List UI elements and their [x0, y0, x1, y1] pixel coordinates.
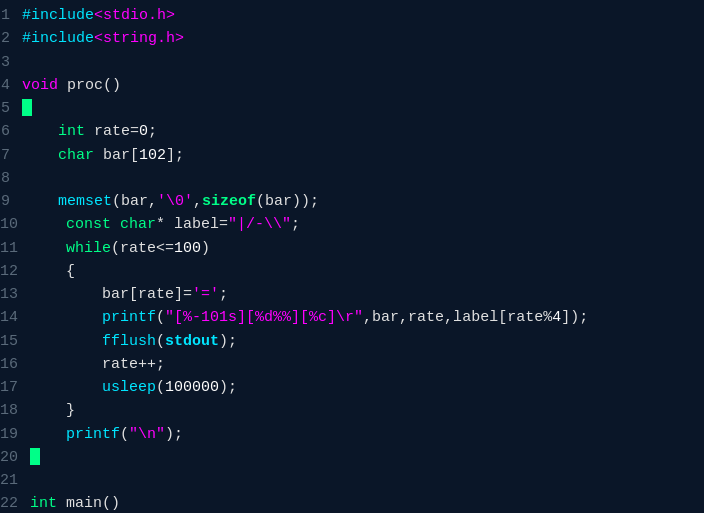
line-number: 3: [0, 51, 22, 74]
token: 100000: [165, 379, 219, 396]
token: ];: [166, 147, 184, 164]
line-number: 21: [0, 469, 30, 492]
token: * label=: [156, 216, 228, 233]
line-number: 7: [0, 144, 22, 167]
token: );: [165, 426, 183, 443]
line-code: memset(bar,'\0',sizeof(bar));: [22, 190, 319, 213]
token: [22, 123, 58, 140]
line-code: bar[rate]='=';: [30, 283, 228, 306]
code-line: 8: [0, 167, 694, 190]
token: bar[: [94, 147, 139, 164]
token: "[%-101s][%d%%][%c]\r": [165, 309, 363, 326]
line-code: usleep(100000);: [30, 376, 237, 399]
token: stdout: [165, 333, 219, 350]
token: void: [22, 77, 58, 94]
code-line: 20: [0, 446, 694, 469]
line-code: fflush(stdout);: [30, 330, 237, 353]
token: [22, 147, 58, 164]
token: fflush: [102, 333, 156, 350]
code-line: 12 {: [0, 260, 694, 283]
token: ,: [193, 193, 202, 210]
token: #include: [22, 30, 94, 47]
token: int: [30, 495, 57, 512]
line-number: 16: [0, 353, 30, 376]
token: int: [58, 123, 85, 140]
token: [30, 379, 102, 396]
code-line: 16 rate++;: [0, 353, 694, 376]
token: #include: [22, 7, 94, 24]
line-number: 6: [0, 120, 22, 143]
line-number: 4: [0, 74, 22, 97]
token: proc(): [58, 77, 121, 94]
code-line: 10 const char* label="|/-\\";: [0, 213, 694, 236]
line-number: 18: [0, 399, 30, 422]
token: <string.h>: [94, 30, 184, 47]
line-code: #include<stdio.h>: [22, 4, 175, 27]
line-number: 2: [0, 27, 22, 50]
code-line: 14 printf("[%-101s][%d%%][%c]\r",bar,rat…: [0, 306, 694, 329]
token: char: [120, 216, 156, 233]
line-number: 20: [0, 446, 30, 469]
line-code: while(rate<=100): [30, 237, 210, 260]
token: (bar));: [256, 193, 319, 210]
token: (rate<=: [111, 240, 174, 257]
line-code: [22, 97, 32, 120]
token: );: [219, 333, 237, 350]
code-line: 7 char bar[102];: [0, 144, 694, 167]
token: [30, 426, 66, 443]
cursor-block: [22, 99, 32, 116]
line-code: [22, 51, 31, 74]
code-line: 2#include<string.h>: [0, 27, 694, 50]
line-number: 14: [0, 306, 30, 329]
line-number: 10: [0, 213, 30, 236]
token: [30, 333, 102, 350]
token: "|/-\\": [228, 216, 291, 233]
token: rate++;: [102, 356, 165, 373]
token: }: [30, 402, 75, 419]
line-number: 17: [0, 376, 30, 399]
line-code: [30, 469, 39, 492]
code-line: 4void proc(): [0, 74, 694, 97]
line-code: rate++;: [30, 353, 165, 376]
code-line: 6 int rate=0;: [0, 120, 694, 143]
line-number: 9: [0, 190, 22, 213]
line-number: 12: [0, 260, 30, 283]
code-line: 19 printf("\n");: [0, 423, 694, 446]
line-code: void proc(): [22, 74, 121, 97]
code-editor: 1#include<stdio.h>2#include<string.h>3 4…: [0, 0, 704, 513]
line-code: [30, 446, 40, 469]
code-content: 1#include<stdio.h>2#include<string.h>3 4…: [0, 4, 704, 513]
line-code: char bar[102];: [22, 144, 184, 167]
token: <stdio.h>: [94, 7, 175, 24]
token: {: [30, 263, 75, 280]
line-number: 8: [0, 167, 22, 190]
token: [30, 216, 66, 233]
code-line: 3: [0, 51, 694, 74]
token: [30, 309, 102, 326]
token: (: [156, 333, 165, 350]
token: ,bar,rate,label[rate%: [363, 309, 552, 326]
token: [30, 240, 66, 257]
token: ]);: [561, 309, 588, 326]
token: ;: [219, 286, 228, 303]
token: [30, 356, 102, 373]
line-code: [22, 167, 31, 190]
line-code: int rate=0;: [22, 120, 157, 143]
line-code: printf("[%-101s][%d%%][%c]\r",bar,rate,l…: [30, 306, 588, 329]
token: rate=: [85, 123, 139, 140]
token: 4: [552, 309, 561, 326]
token: 100: [174, 240, 201, 257]
code-line: 15 fflush(stdout);: [0, 330, 694, 353]
line-number: 11: [0, 237, 30, 260]
token: [111, 216, 120, 233]
line-number: 13: [0, 283, 30, 306]
code-line: 11 while(rate<=100): [0, 237, 694, 260]
line-number: 22: [0, 492, 30, 513]
line-code: }: [30, 399, 75, 422]
token: "\n": [129, 426, 165, 443]
token: memset: [58, 193, 112, 210]
line-code: #include<string.h>: [22, 27, 184, 50]
cursor-block: [30, 448, 40, 465]
token: '=': [192, 286, 219, 303]
token: ;: [148, 123, 157, 140]
